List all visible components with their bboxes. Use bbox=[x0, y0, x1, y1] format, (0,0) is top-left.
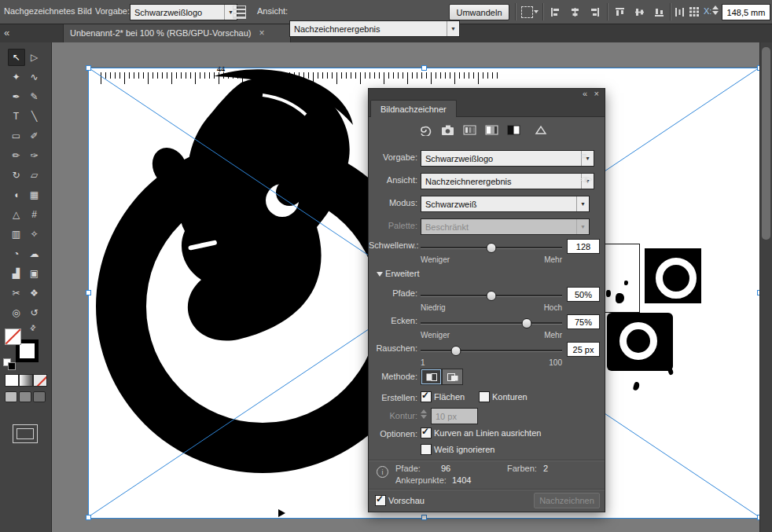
hand-tool[interactable]: ❖ bbox=[26, 284, 43, 302]
chevron-down-icon[interactable] bbox=[534, 10, 539, 13]
selection-tool[interactable]: ↖ bbox=[8, 49, 25, 66]
konturen-checkbox[interactable] bbox=[479, 391, 490, 402]
schwellenwert-slider-handle[interactable] bbox=[487, 243, 497, 253]
curvature-tool[interactable]: ✎ bbox=[26, 88, 43, 105]
pencil-tool[interactable]: ✏ bbox=[8, 147, 25, 164]
zoom-tool[interactable]: ◎ bbox=[8, 304, 25, 321]
column-graph-tool[interactable]: ▟ bbox=[8, 265, 25, 282]
transform-icon[interactable] bbox=[521, 6, 533, 18]
high-color-preset-icon[interactable] bbox=[441, 124, 455, 136]
flaechen-checkbox[interactable] bbox=[421, 391, 432, 402]
methode-abutting-button[interactable] bbox=[421, 369, 442, 385]
ecken-value[interactable]: 75% bbox=[567, 314, 600, 329]
rotate-view-tool[interactable]: ↺ bbox=[26, 304, 43, 321]
gradient-mode-button[interactable] bbox=[19, 374, 33, 387]
black-white-preset-icon[interactable] bbox=[507, 124, 521, 136]
weiss-checkbox[interactable] bbox=[421, 444, 432, 455]
close-tab-icon[interactable]: × bbox=[259, 28, 265, 39]
close-panel-icon[interactable]: × bbox=[594, 89, 599, 98]
collapse-panel-icon[interactable]: « bbox=[4, 27, 9, 39]
methode-overlapping-button[interactable] bbox=[442, 369, 463, 385]
free-transform-tool[interactable]: ▦ bbox=[26, 186, 43, 204]
vertical-scrollbar[interactable] bbox=[759, 42, 772, 532]
selection-handle[interactable] bbox=[86, 515, 91, 520]
scrollbar-thumb[interactable] bbox=[762, 47, 770, 240]
paintbrush-tool[interactable]: ✐ bbox=[26, 127, 43, 145]
align-center-vertical-icon[interactable] bbox=[634, 7, 645, 17]
auto-color-preset-icon[interactable] bbox=[419, 124, 433, 136]
gradient-tool[interactable]: ▥ bbox=[8, 226, 25, 243]
ecken-slider-handle[interactable] bbox=[522, 318, 532, 328]
rotate-tool[interactable]: ↻ bbox=[8, 167, 25, 184]
view-dropdown[interactable]: Nachzeichnerergebnis bbox=[289, 20, 460, 37]
collapse-panel-icon[interactable]: « bbox=[583, 89, 587, 98]
shaper-tool[interactable]: ✑ bbox=[26, 147, 43, 164]
blend-tool[interactable]: ◔ bbox=[8, 245, 25, 262]
document-tab[interactable]: Unbenannt-2* bei 100 % (RGB/GPU-Vorschau… bbox=[63, 24, 291, 42]
x-position-field[interactable]: 148,5 mm bbox=[722, 4, 770, 20]
direct-selection-tool[interactable]: ▷ bbox=[26, 49, 43, 66]
selection-handle[interactable] bbox=[86, 65, 91, 71]
width-tool[interactable]: ◖ bbox=[8, 186, 25, 204]
distribute-icon[interactable] bbox=[675, 7, 685, 17]
grid-icon[interactable] bbox=[689, 6, 700, 17]
swap-fill-stroke-icon[interactable]: ⇄ bbox=[28, 323, 38, 332]
schwellenwert-value[interactable]: 128 bbox=[567, 239, 600, 254]
artboard-tool[interactable]: ▣ bbox=[26, 265, 43, 282]
align-center-horizontal-icon[interactable] bbox=[570, 7, 580, 17]
ansicht-dropdown[interactable]: Nachzeichnerergebnis bbox=[421, 173, 594, 189]
draw-inside-button[interactable] bbox=[33, 391, 46, 402]
magic-wand-tool[interactable]: ✦ bbox=[8, 68, 25, 86]
align-top-icon[interactable] bbox=[615, 7, 625, 17]
draw-normal-button[interactable] bbox=[5, 391, 17, 402]
draw-behind-button[interactable] bbox=[19, 391, 31, 402]
kurven-checkbox[interactable] bbox=[421, 427, 432, 438]
mesh-tool[interactable]: # bbox=[26, 206, 43, 223]
pen-tool[interactable]: ✒ bbox=[8, 88, 25, 105]
ecken-slider[interactable] bbox=[421, 318, 562, 328]
eye-icon[interactable] bbox=[579, 175, 593, 184]
align-bottom-icon[interactable] bbox=[654, 7, 664, 17]
pfade-slider[interactable] bbox=[421, 291, 562, 300]
triangle-down-icon bbox=[377, 272, 383, 277]
rauschen-value[interactable]: 25 px bbox=[567, 342, 600, 357]
pfade-slider-handle[interactable] bbox=[487, 291, 497, 301]
rauschen-slider[interactable] bbox=[421, 346, 562, 355]
expand-button[interactable]: Umwandeln bbox=[449, 4, 509, 20]
panel-tab[interactable]: Bildnachzeichner bbox=[370, 100, 457, 117]
tools-grid: ↖▷✦∿✒✎T╲▭✐✏✑↻▱◖▦△#▥✧◔☁▟▣✂❖◎↺ bbox=[7, 47, 43, 322]
fill-swatch[interactable] bbox=[5, 328, 21, 345]
symbol-sprayer-tool[interactable]: ☁ bbox=[26, 245, 43, 262]
color-mode-button[interactable] bbox=[5, 374, 19, 387]
low-color-preset-icon[interactable] bbox=[463, 124, 477, 136]
x-position-stepper[interactable] bbox=[712, 6, 719, 15]
slice-tool[interactable]: ✂ bbox=[8, 284, 25, 302]
trace-button[interactable]: Nachzeichnen bbox=[534, 493, 600, 508]
panel-toggle-icon[interactable] bbox=[233, 6, 246, 19]
rectangle-tool[interactable]: ▭ bbox=[8, 127, 25, 145]
grayscale-preset-icon[interactable] bbox=[485, 124, 499, 136]
none-mode-button[interactable] bbox=[33, 374, 47, 387]
vorgabe-dropdown[interactable]: Schwarzweißlogo bbox=[421, 150, 594, 167]
line-segment-tool[interactable]: ╲ bbox=[26, 108, 43, 125]
preset-dropdown[interactable]: Schwarzweißlogo bbox=[130, 4, 237, 20]
selection-handle[interactable] bbox=[421, 65, 427, 71]
outline-preset-icon[interactable] bbox=[534, 124, 548, 136]
selection-handle[interactable] bbox=[421, 515, 427, 520]
vorschau-checkbox[interactable] bbox=[375, 495, 386, 506]
align-right-icon[interactable] bbox=[590, 7, 600, 17]
type-tool[interactable]: T bbox=[8, 108, 25, 125]
perspective-grid-tool[interactable]: △ bbox=[8, 206, 25, 223]
rauschen-slider-handle[interactable] bbox=[451, 346, 461, 356]
scale-tool[interactable]: ▱ bbox=[26, 167, 43, 184]
pfade-value[interactable]: 50% bbox=[567, 287, 600, 302]
modus-dropdown[interactable]: Schwarzweiß bbox=[421, 196, 590, 212]
selection-handle[interactable] bbox=[86, 290, 91, 295]
screen-mode-button[interactable] bbox=[13, 424, 38, 443]
schwellenwert-slider[interactable] bbox=[421, 243, 562, 252]
eyedropper-tool[interactable]: ✧ bbox=[26, 226, 43, 243]
erweitert-disclosure[interactable]: Erweitert bbox=[377, 269, 419, 278]
lasso-tool[interactable]: ∿ bbox=[26, 68, 43, 86]
preset-menu-icon[interactable] bbox=[581, 150, 587, 162]
align-left-icon[interactable] bbox=[550, 7, 561, 17]
